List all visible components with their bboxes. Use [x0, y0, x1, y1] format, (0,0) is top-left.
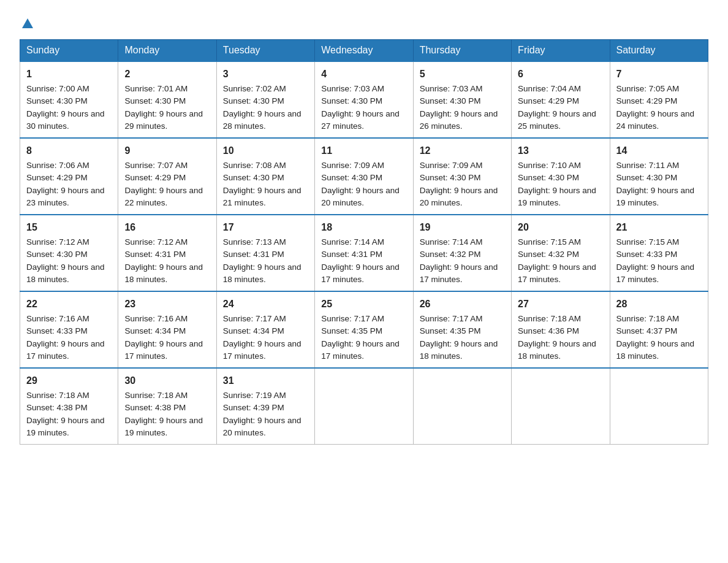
calendar-cell: 26Sunrise: 7:17 AMSunset: 4:35 PMDayligh… [413, 291, 511, 368]
day-number: 12 [420, 144, 505, 158]
day-number: 25 [321, 297, 406, 312]
sunset-text: Sunset: 4:30 PM [26, 96, 88, 105]
daylight-text: Daylight: 9 hours and 19 minutes. [616, 186, 695, 207]
sunrise-text: Sunrise: 7:17 AM [321, 314, 384, 323]
sunset-text: Sunset: 4:30 PM [321, 173, 382, 182]
column-header-thursday: Thursday [413, 40, 511, 62]
calendar-cell: 16Sunrise: 7:12 AMSunset: 4:31 PMDayligh… [118, 215, 216, 291]
day-number: 7 [616, 67, 702, 82]
daylight-text: Daylight: 9 hours and 17 minutes. [420, 262, 498, 284]
daylight-text: Daylight: 9 hours and 17 minutes. [616, 262, 695, 284]
day-number: 24 [223, 297, 308, 312]
calendar-cell: 22Sunrise: 7:16 AMSunset: 4:33 PMDayligh… [20, 291, 118, 368]
calendar-cell: 18Sunrise: 7:14 AMSunset: 4:31 PMDayligh… [315, 215, 413, 291]
calendar-cell: 7Sunrise: 7:05 AMSunset: 4:29 PMDaylight… [610, 61, 708, 138]
column-header-saturday: Saturday [610, 40, 708, 62]
sunrise-text: Sunrise: 7:07 AM [124, 161, 188, 170]
day-number: 20 [518, 220, 603, 235]
day-number: 1 [26, 67, 112, 82]
calendar-week-row: 22Sunrise: 7:16 AMSunset: 4:33 PMDayligh… [20, 291, 708, 368]
day-number: 26 [420, 297, 505, 312]
sunset-text: Sunset: 4:30 PM [321, 96, 382, 105]
sunset-text: Sunset: 4:34 PM [223, 326, 284, 335]
sunset-text: Sunset: 4:34 PM [124, 326, 186, 335]
sunrise-text: Sunrise: 7:03 AM [420, 84, 483, 93]
sunset-text: Sunset: 4:32 PM [518, 250, 579, 259]
day-number: 19 [420, 220, 505, 235]
sunrise-text: Sunrise: 7:05 AM [616, 84, 680, 93]
calendar-cell: 28Sunrise: 7:18 AMSunset: 4:37 PMDayligh… [610, 291, 708, 368]
sunrise-text: Sunrise: 7:17 AM [223, 314, 286, 323]
daylight-text: Daylight: 9 hours and 29 minutes. [124, 109, 203, 131]
sunrise-text: Sunrise: 7:18 AM [124, 391, 188, 400]
calendar-cell [512, 368, 610, 445]
day-number: 30 [124, 373, 210, 388]
column-header-tuesday: Tuesday [216, 40, 314, 62]
daylight-text: Daylight: 9 hours and 19 minutes. [518, 186, 596, 207]
calendar-cell: 15Sunrise: 7:12 AMSunset: 4:30 PMDayligh… [20, 215, 118, 291]
calendar-body: 1Sunrise: 7:00 AMSunset: 4:30 PMDaylight… [20, 61, 708, 445]
sunset-text: Sunset: 4:35 PM [321, 326, 382, 335]
sunrise-text: Sunrise: 7:19 AM [223, 391, 286, 400]
daylight-text: Daylight: 9 hours and 22 minutes. [124, 186, 203, 207]
calendar-cell: 13Sunrise: 7:10 AMSunset: 4:30 PMDayligh… [512, 138, 610, 215]
sunrise-text: Sunrise: 7:18 AM [26, 391, 89, 400]
sunrise-text: Sunrise: 7:10 AM [518, 161, 581, 170]
svg-marker-0 [22, 18, 33, 28]
column-header-friday: Friday [512, 40, 610, 62]
sunset-text: Sunset: 4:35 PM [420, 326, 481, 335]
sunrise-text: Sunrise: 7:17 AM [420, 314, 483, 323]
day-number: 8 [26, 144, 112, 158]
calendar-cell: 23Sunrise: 7:16 AMSunset: 4:34 PMDayligh… [118, 291, 216, 368]
sunset-text: Sunset: 4:33 PM [616, 250, 678, 259]
calendar-cell: 25Sunrise: 7:17 AMSunset: 4:35 PMDayligh… [315, 291, 413, 368]
sunset-text: Sunset: 4:37 PM [616, 326, 678, 335]
sunset-text: Sunset: 4:38 PM [124, 403, 186, 412]
calendar-cell: 24Sunrise: 7:17 AMSunset: 4:34 PMDayligh… [216, 291, 314, 368]
day-number: 13 [518, 144, 603, 158]
sunrise-text: Sunrise: 7:18 AM [616, 314, 680, 323]
calendar-cell: 27Sunrise: 7:18 AMSunset: 4:36 PMDayligh… [512, 291, 610, 368]
day-number: 23 [124, 297, 210, 312]
sunset-text: Sunset: 4:32 PM [420, 250, 481, 259]
calendar-cell: 3Sunrise: 7:02 AMSunset: 4:30 PMDaylight… [216, 61, 314, 138]
daylight-text: Daylight: 9 hours and 17 minutes. [26, 339, 105, 361]
daylight-text: Daylight: 9 hours and 21 minutes. [223, 186, 301, 207]
page-header [20, 15, 708, 29]
calendar-cell: 5Sunrise: 7:03 AMSunset: 4:30 PMDaylight… [413, 61, 511, 138]
day-number: 21 [616, 220, 702, 235]
calendar-cell: 4Sunrise: 7:03 AMSunset: 4:30 PMDaylight… [315, 61, 413, 138]
header-row: SundayMondayTuesdayWednesdayThursdayFrid… [20, 40, 708, 62]
daylight-text: Daylight: 9 hours and 18 minutes. [616, 339, 695, 361]
day-number: 14 [616, 144, 702, 158]
day-number: 3 [223, 67, 308, 82]
calendar-cell: 21Sunrise: 7:15 AMSunset: 4:33 PMDayligh… [610, 215, 708, 291]
day-number: 17 [223, 220, 308, 235]
sunset-text: Sunset: 4:30 PM [616, 173, 678, 182]
daylight-text: Daylight: 9 hours and 30 minutes. [26, 109, 105, 131]
daylight-text: Daylight: 9 hours and 18 minutes. [26, 262, 105, 284]
calendar-cell [610, 368, 708, 445]
sunrise-text: Sunrise: 7:14 AM [420, 237, 483, 247]
daylight-text: Daylight: 9 hours and 17 minutes. [518, 262, 596, 284]
daylight-text: Daylight: 9 hours and 20 minutes. [321, 186, 400, 207]
daylight-text: Daylight: 9 hours and 20 minutes. [223, 416, 301, 437]
sunset-text: Sunset: 4:38 PM [26, 403, 88, 412]
calendar-cell: 30Sunrise: 7:18 AMSunset: 4:38 PMDayligh… [118, 368, 216, 445]
daylight-text: Daylight: 9 hours and 18 minutes. [223, 262, 301, 284]
day-number: 31 [223, 373, 308, 388]
sunrise-text: Sunrise: 7:06 AM [26, 161, 89, 170]
day-number: 28 [616, 297, 702, 312]
calendar-cell [315, 368, 413, 445]
day-number: 16 [124, 220, 210, 235]
sunrise-text: Sunrise: 7:12 AM [124, 237, 188, 247]
sunrise-text: Sunrise: 7:02 AM [223, 84, 286, 93]
daylight-text: Daylight: 9 hours and 17 minutes. [321, 262, 400, 284]
sunrise-text: Sunrise: 7:15 AM [616, 237, 680, 247]
calendar-cell: 29Sunrise: 7:18 AMSunset: 4:38 PMDayligh… [20, 368, 118, 445]
sunset-text: Sunset: 4:30 PM [223, 96, 284, 105]
daylight-text: Daylight: 9 hours and 18 minutes. [518, 339, 596, 361]
logo-triangle-icon [21, 16, 34, 29]
day-number: 10 [223, 144, 308, 158]
daylight-text: Daylight: 9 hours and 20 minutes. [420, 186, 498, 207]
